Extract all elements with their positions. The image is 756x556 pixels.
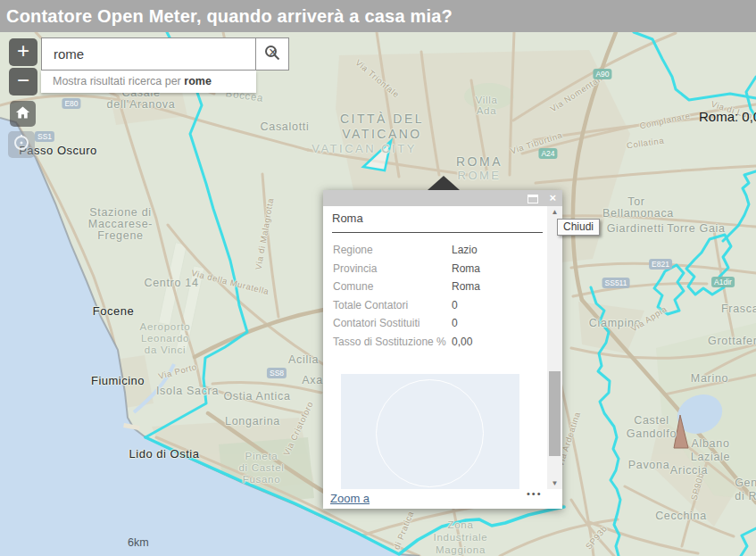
zoom-out-button[interactable]: − — [9, 68, 37, 95]
locate-icon — [12, 134, 30, 155]
scrollbar-thumb[interactable] — [549, 371, 561, 456]
close-icon[interactable]: × — [549, 190, 556, 206]
title-divider — [332, 232, 543, 233]
maximize-icon[interactable] — [528, 195, 538, 203]
home-icon — [15, 105, 30, 123]
empty-pie-chart — [376, 379, 484, 487]
popup-scrollbar[interactable]: ▲ ▼ — [547, 206, 562, 489]
popup-titlebar[interactable]: × — [323, 190, 562, 206]
popup-row: Contatori Sostituiti0 — [333, 314, 480, 333]
zoom-to-link[interactable]: Zoom a — [330, 492, 370, 505]
suggestion-term: rome — [184, 75, 212, 87]
map-hover-readout: Roma: 0,0 — [699, 109, 756, 124]
chart-placeholder — [341, 374, 519, 489]
more-options-button[interactable]: ••• — [527, 488, 543, 499]
popup-title: Roma — [332, 212, 363, 225]
popup-row: RegioneLazio — [333, 241, 480, 260]
clear-search-icon[interactable]: × — [269, 45, 277, 61]
suggestion-text: Mostra risultati ricerca per — [53, 75, 184, 87]
popup-row: ComuneRoma — [333, 278, 480, 296]
locate-button[interactable] — [8, 131, 35, 158]
zoom-in-button[interactable]: + — [9, 38, 37, 66]
popup-row: ProvinciaRoma — [333, 260, 480, 278]
search-panel: × Mostra risultati ricerca per rome — [41, 37, 289, 93]
feature-popup: × Roma RegioneLazioProvinciaRomaComuneRo… — [323, 190, 562, 509]
popup-anchor-arrow — [428, 176, 460, 190]
popup-row: Tasso di Sostituzione %0,00 — [333, 333, 480, 352]
search-suggestion[interactable]: Mostra risultati ricerca per rome — [41, 71, 256, 93]
close-tooltip: Chiudi — [557, 219, 600, 236]
home-button[interactable] — [10, 101, 36, 127]
popup-row: Totale Contatori0 — [333, 296, 480, 315]
header-bar: Contatore Open Meter, quando arriverà a … — [0, 0, 756, 32]
scroll-up-icon[interactable]: ▲ — [547, 208, 562, 216]
page-title: Contatore Open Meter, quando arriverà a … — [6, 6, 453, 26]
search-input[interactable] — [41, 37, 256, 71]
scale-label: 6km — [128, 536, 149, 549]
scroll-down-icon[interactable]: ▼ — [547, 479, 562, 487]
popup-rows: RegioneLazioProvinciaRomaComuneRomaTotal… — [333, 241, 480, 352]
app-window: CITTÀ DELVATICANOVATICAN CITYROMAROMECas… — [0, 0, 756, 556]
